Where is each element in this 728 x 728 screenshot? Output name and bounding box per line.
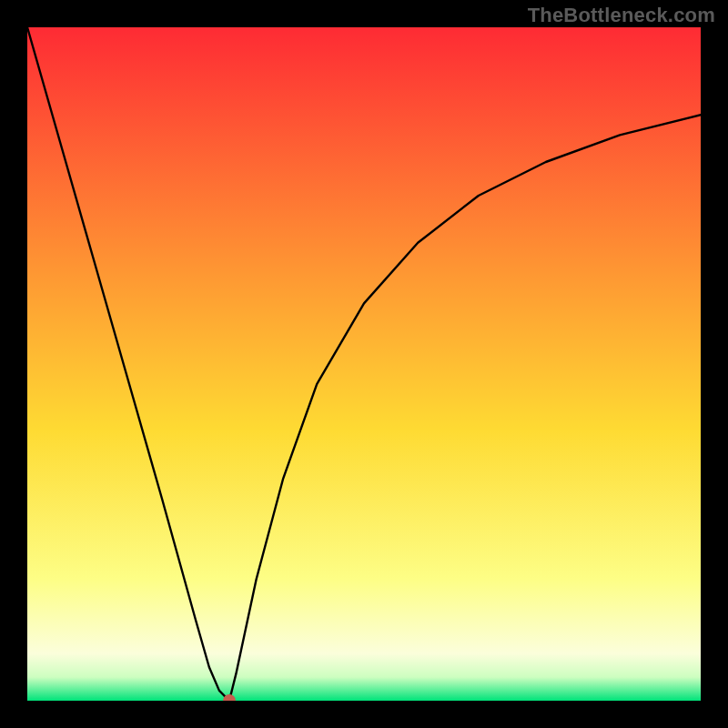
gradient-background xyxy=(27,27,701,701)
chart-svg xyxy=(27,27,701,701)
plot-area xyxy=(27,27,701,701)
chart-frame: TheBottleneck.com xyxy=(0,0,728,728)
watermark-text: TheBottleneck.com xyxy=(528,4,715,27)
